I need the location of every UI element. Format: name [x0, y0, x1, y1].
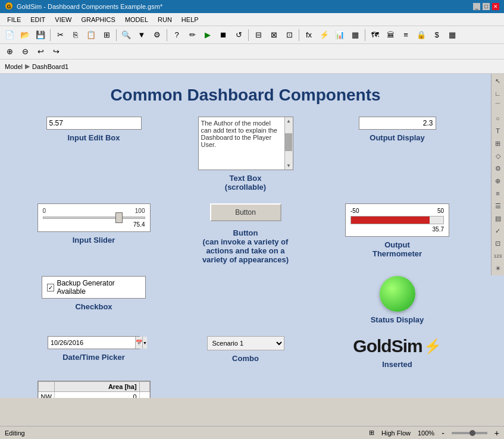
scroll-thumb[interactable]: [285, 133, 292, 151]
input-slider-block: 0 100 75.4 Input Slider: [24, 203, 164, 264]
combo-select[interactable]: Scenario 1 Scenario 2 Scenario 3: [207, 336, 284, 350]
dollar-button[interactable]: $: [430, 28, 444, 42]
toolbar-btn-a[interactable]: ⊟: [251, 28, 265, 42]
toolbar-btn-4[interactable]: ⊞: [99, 28, 114, 42]
side-btn-corner[interactable]: ∟: [492, 87, 504, 99]
edit-btn[interactable]: ✏: [185, 28, 199, 42]
slider-min: 0: [43, 208, 46, 214]
titlebar-controls[interactable]: _ □ ✕: [473, 3, 499, 10]
output-display-block: Output Display: [327, 117, 467, 192]
checkbox-box[interactable]: ✓: [47, 284, 54, 291]
goldsim-block: GoldSim ⚡ Inserted: [327, 336, 467, 369]
toolbar2-btn-2[interactable]: ⊖: [18, 45, 32, 59]
grid-col-header: Area [ha]: [54, 382, 139, 392]
paste-button[interactable]: 📋: [84, 28, 98, 42]
save-button[interactable]: 💾: [33, 28, 48, 42]
side-btn-text[interactable]: T: [492, 125, 504, 137]
input-edit-box[interactable]: [46, 117, 142, 130]
grid-input-nw[interactable]: [57, 393, 137, 398]
side-btn-arrow[interactable]: ↖: [492, 75, 504, 87]
new-button[interactable]: 📄: [2, 28, 17, 42]
menu-run[interactable]: RUN: [153, 15, 177, 24]
menu-edit[interactable]: EDIT: [26, 15, 50, 24]
therm-labels: -50 50: [350, 208, 444, 214]
side-btn-plus[interactable]: ⊕: [492, 175, 504, 187]
side-btn-check[interactable]: ✓: [492, 225, 504, 237]
menu-file[interactable]: FILE: [2, 15, 26, 24]
toolbar-btn-g[interactable]: 🔒: [414, 28, 428, 42]
breadcrumb-dashboard[interactable]: DashBoard1: [32, 63, 68, 70]
checkbox-label: Checkbox: [75, 302, 112, 311]
grid-value-nw[interactable]: [54, 392, 139, 399]
toolbar-btn-h[interactable]: ▦: [445, 28, 459, 42]
search-button[interactable]: 🔍: [119, 28, 133, 42]
menu-graphics[interactable]: GRAPHICS: [76, 15, 120, 24]
table-button[interactable]: ▦: [348, 28, 362, 42]
side-btn-grid[interactable]: ⊞: [492, 137, 504, 149]
toolbar2-btn-4[interactable]: ↪: [49, 45, 63, 59]
help-button[interactable]: ?: [170, 28, 184, 42]
maximize-button[interactable]: □: [483, 3, 490, 10]
text-box-content: The Author of the model can add text to …: [201, 120, 282, 148]
toolbar-btn-e[interactable]: 🏛: [383, 28, 397, 42]
side-btn-sun[interactable]: ☀: [492, 262, 504, 274]
goldsim-name: GoldSim: [353, 336, 422, 356]
stop-button[interactable]: ⏹: [216, 28, 230, 42]
scroll-down-icon[interactable]: ▼: [285, 162, 292, 170]
toolbar-btn-d[interactable]: 🗺: [368, 28, 382, 42]
side-btn-list[interactable]: ▤: [492, 212, 504, 224]
breadcrumb-model[interactable]: Model: [5, 63, 23, 70]
slider-thumb[interactable]: [115, 212, 123, 223]
toolbar-2: ⊕ ⊖ ↩ ↪: [0, 44, 504, 59]
cut-button[interactable]: ✂: [53, 28, 67, 42]
scroll-up-icon[interactable]: ▲: [285, 117, 292, 125]
input-grid-block: Area [ha] NW: [24, 381, 164, 398]
toolbar-btn-f[interactable]: ≡: [399, 28, 413, 42]
combo-block: Scenario 1 Scenario 2 Scenario 3 Combo: [176, 336, 315, 369]
toolbar-sep-4: [248, 29, 249, 41]
chart-button[interactable]: 📊: [333, 28, 347, 42]
date-picker-block: 📅 ▼ Date/Time Picker: [24, 336, 164, 369]
toolbar-btn-c[interactable]: ⊡: [282, 28, 296, 42]
toolbar2-btn-1[interactable]: ⊕: [2, 45, 17, 59]
side-btn-lines[interactable]: ≡: [492, 187, 504, 199]
menu-model[interactable]: MODEL: [120, 15, 153, 24]
side-btn-curve[interactable]: ⌒: [492, 100, 504, 112]
scrollbar-vertical[interactable]: ▲ ▼: [284, 117, 293, 170]
toolbar2-btn-3[interactable]: ↩: [33, 45, 48, 59]
side-btn-box[interactable]: ⊡: [492, 237, 504, 249]
thermometer-label: OutputThermometer: [372, 240, 422, 258]
text-box[interactable]: The Author of the model can add text to …: [198, 117, 293, 170]
dashboard-title: Common Dashboard Components: [0, 74, 491, 111]
side-btn-menu[interactable]: ☰: [492, 200, 504, 212]
reload-button[interactable]: ↺: [231, 28, 246, 42]
toolbar: 📄 📂 💾 ✂ ⎘ 📋 ⊞ 🔍 ▼ ⚙ ? ✏ ▶ ⏹ ↺ ⊟ ⊠ ⊡ fx ⚡…: [0, 26, 504, 44]
minimize-button[interactable]: _: [473, 3, 480, 10]
side-btn-circle[interactable]: ○: [492, 112, 504, 124]
lightning-button[interactable]: ⚡: [317, 28, 331, 42]
run-button[interactable]: ▶: [201, 28, 215, 42]
combo-label: Combo: [232, 354, 259, 363]
date-dropdown-icon[interactable]: ▼: [142, 337, 147, 349]
copy-button[interactable]: ⎘: [68, 28, 83, 42]
side-btn-gear[interactable]: ⚙: [492, 162, 504, 174]
close-button[interactable]: ✕: [492, 3, 499, 10]
settings-button[interactable]: ⚙: [150, 28, 164, 42]
therm-max: 50: [437, 208, 444, 214]
menu-view[interactable]: VIEW: [50, 15, 76, 24]
therm-value: 35.7: [350, 226, 444, 233]
side-btn-diam[interactable]: ◇: [492, 150, 504, 162]
slider-track[interactable]: [43, 217, 145, 219]
date-input[interactable]: [48, 339, 135, 346]
menu-help[interactable]: HELP: [177, 15, 204, 24]
toolbar-btn-b[interactable]: ⊠: [267, 28, 281, 42]
calendar-icon[interactable]: 📅: [135, 337, 142, 349]
goldsim-lightning-icon: ⚡: [424, 338, 442, 355]
date-picker[interactable]: 📅 ▼: [48, 336, 140, 349]
side-btn-123[interactable]: 123: [492, 250, 504, 262]
open-button[interactable]: 📂: [18, 28, 32, 42]
dashboard-button[interactable]: Button: [210, 203, 281, 221]
formula-button[interactable]: fx: [302, 28, 316, 42]
filter-button[interactable]: ▼: [134, 28, 149, 42]
side-toolbar: ↖ ∟ ⌒ ○ T ⊞ ◇ ⚙ ⊕ ≡ ☰ ▤ ✓ ⊡ 123 ☀: [491, 74, 504, 275]
